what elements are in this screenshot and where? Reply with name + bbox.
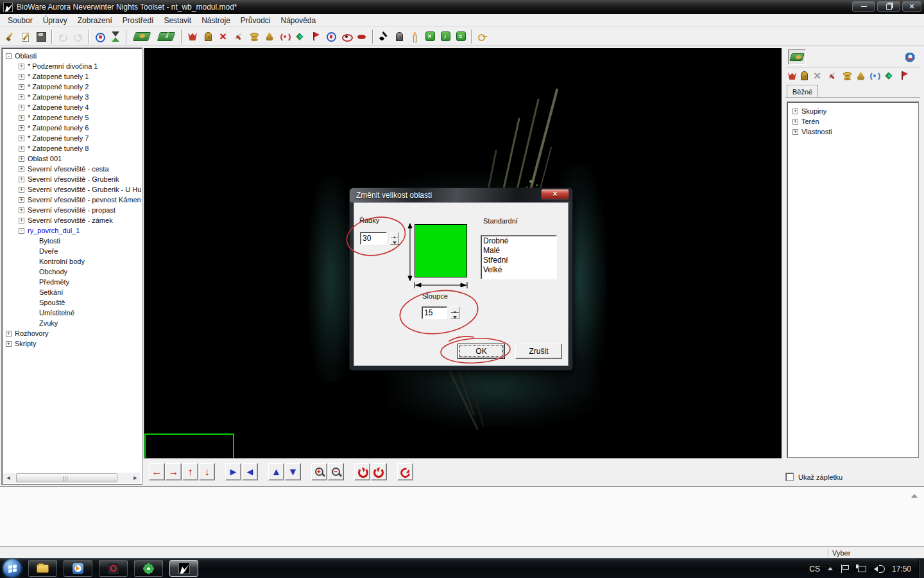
scroll-right-icon[interactable]: ►	[130, 473, 141, 483]
mouth-icon[interactable]	[354, 29, 370, 44]
tree-row[interactable]: Severní vřesoviště - Gruberik - U Hu	[2, 184, 142, 195]
merchant-icon[interactable]	[842, 71, 852, 82]
tree-row[interactable]: Severní vřesoviště - cesta	[2, 164, 142, 174]
volume-icon[interactable]	[874, 565, 884, 573]
redo-icon[interactable]	[71, 29, 86, 44]
area-item-label[interactable]: * Zatopené tunely 7	[28, 134, 89, 142]
expand-icon[interactable]	[19, 207, 24, 213]
sound-icon[interactable]	[869, 71, 880, 82]
cols-input[interactable]	[422, 306, 447, 319]
paint-terrain-icon[interactable]	[130, 29, 154, 44]
tree-row[interactable]: * Zatopené tunely 6	[2, 123, 142, 133]
tree-row[interactable]: * Zatopené tunely 7	[2, 133, 142, 143]
tree-row[interactable]: Rozhovory	[2, 328, 142, 338]
area-item-label[interactable]: * Zatopené tunely 1	[28, 73, 89, 80]
rotate-view-left-icon[interactable]: ◄	[242, 463, 258, 480]
build-hourglass-icon[interactable]	[108, 29, 123, 44]
tree-row[interactable]: Kontrolní body	[2, 256, 142, 267]
pan-down-icon[interactable]: ↓	[199, 463, 215, 480]
creature-icon[interactable]	[788, 72, 796, 81]
dialog-titlebar[interactable]: Změnit velikost oblasti	[350, 188, 572, 202]
scrollbar-thumb[interactable]	[16, 473, 117, 482]
tree-row[interactable]: Bytosti	[2, 236, 142, 246]
minimize-button[interactable]	[852, 1, 875, 12]
standard-size-option[interactable]: Velké	[483, 265, 556, 275]
tree-row[interactable]: * Zatopené tunely 4	[2, 102, 142, 112]
area-item-label[interactable]: Severní vřesoviště - Gruberik - U Hu	[28, 186, 141, 193]
collapse-icon[interactable]	[6, 53, 12, 59]
plot-key-icon[interactable]	[475, 29, 490, 44]
area-item-label[interactable]: Severní vřesoviště - propast	[28, 206, 116, 214]
area-item-label[interactable]: * Zatopené tunely 4	[28, 103, 89, 111]
expand-icon[interactable]	[6, 331, 12, 337]
category-item-label[interactable]: Obchody	[39, 268, 67, 276]
category-item-label[interactable]: Bytosti	[39, 237, 60, 245]
tree-row[interactable]: Dveře	[2, 246, 142, 256]
palette-item-label[interactable]: Skupiny	[801, 107, 826, 115]
show-plot-checkbox[interactable]	[785, 473, 794, 481]
tree-row[interactable]: * Zatopené tunely 8	[2, 143, 142, 153]
root-item-label[interactable]: Rozhovory	[15, 329, 49, 337]
undo-icon[interactable]	[55, 29, 71, 44]
zoom-out-icon[interactable]	[328, 463, 344, 480]
info-icon[interactable]	[902, 49, 918, 65]
tree-row[interactable]: Vlastnosti	[787, 127, 918, 137]
paint-door-icon[interactable]	[200, 29, 216, 44]
tree-root-row[interactable]: Oblasti	[2, 51, 142, 61]
area-item-label[interactable]: * Zatopené tunely 5	[28, 114, 89, 121]
expand-icon[interactable]	[19, 105, 24, 110]
clock[interactable]: 17:50	[892, 565, 911, 574]
rows-input[interactable]	[360, 232, 387, 245]
expand-icon[interactable]	[792, 129, 798, 135]
taskbar-icq-button[interactable]	[134, 560, 163, 577]
tree-row[interactable]: * Zatopené tunely 5	[2, 112, 142, 123]
category-item-label[interactable]: Zvuky	[39, 319, 58, 327]
standard-size-option[interactable]: Malé	[483, 246, 556, 256]
expand-icon[interactable]	[19, 218, 24, 223]
paint-waypoint-icon[interactable]	[308, 29, 323, 44]
menu-item[interactable]: Zobrazení	[73, 15, 117, 26]
tree-row[interactable]: Zvuky	[2, 318, 142, 328]
tree-row[interactable]: Severní vřesoviště - propast	[2, 205, 142, 215]
delete-object-icon[interactable]	[216, 29, 231, 44]
expand-icon[interactable]	[19, 125, 24, 131]
expand-icon[interactable]	[19, 74, 24, 80]
taskbar-explorer-button[interactable]	[28, 560, 57, 577]
paint-item-icon[interactable]	[231, 29, 246, 44]
tree-row[interactable]: Oblast 001	[2, 153, 142, 164]
area-item-label[interactable]: Oblast 001	[28, 155, 62, 162]
expand-icon[interactable]	[19, 187, 24, 193]
expand-icon[interactable]	[19, 64, 24, 69]
item-icon[interactable]	[827, 71, 837, 82]
pan-left-icon[interactable]: ←	[149, 463, 165, 480]
ok-button[interactable]: OK	[458, 344, 505, 359]
show-desktop-button[interactable]	[918, 559, 924, 578]
paint-creature-icon[interactable]	[185, 29, 200, 44]
area-item-label[interactable]: Severní vřesoviště - cesta	[28, 165, 109, 173]
expand-icon[interactable]	[19, 197, 24, 203]
expand-icon[interactable]	[19, 166, 24, 172]
selected-area-label[interactable]: ry_povrch_dul_1	[28, 227, 80, 234]
trigger-cross-icon[interactable]	[422, 29, 438, 44]
taskbar-nwn-toolset-button[interactable]	[169, 560, 198, 577]
paint-encounter-icon[interactable]	[293, 29, 308, 44]
reset-view-icon[interactable]	[397, 463, 413, 480]
raise-terrain-icon[interactable]	[154, 29, 178, 44]
area-item-label[interactable]: * Zatopené tunely 3	[28, 93, 89, 101]
tree-row[interactable]: Předměty	[2, 277, 142, 287]
rows-spinner[interactable]	[390, 232, 399, 245]
tree-row[interactable]: Skripty	[2, 338, 142, 349]
expand-icon[interactable]	[19, 177, 24, 182]
paint-placeable-icon[interactable]	[262, 29, 277, 44]
start-button[interactable]	[3, 559, 22, 578]
cols-spinner[interactable]	[450, 306, 459, 319]
tree-row[interactable]: Setkání	[2, 287, 142, 297]
pan-right-icon[interactable]: →	[166, 463, 182, 480]
area-item-label[interactable]: Severní vřesoviště - zámek	[28, 216, 113, 224]
delete-icon[interactable]	[812, 71, 823, 82]
expand-icon[interactable]	[19, 146, 24, 152]
category-item-label[interactable]: Spouště	[39, 299, 65, 306]
expand-icon[interactable]	[19, 156, 24, 162]
eye-icon[interactable]	[339, 29, 354, 44]
expand-icon[interactable]	[19, 136, 24, 141]
